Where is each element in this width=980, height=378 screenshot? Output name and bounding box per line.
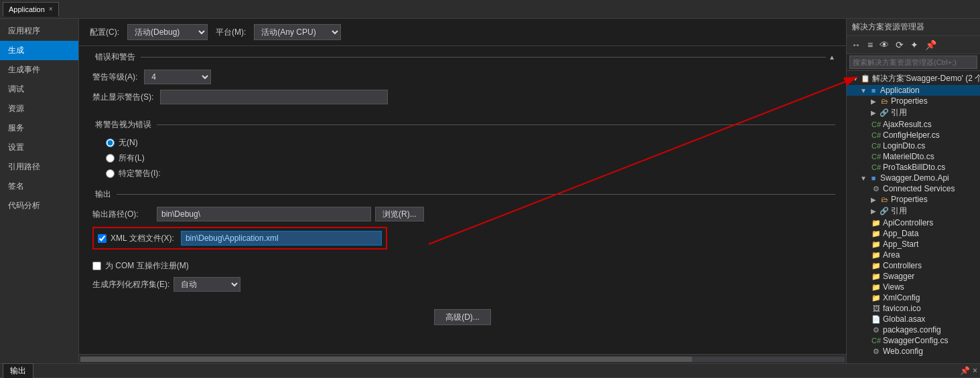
global-label: Global.asax [883, 314, 925, 324]
tree-item-swagger-properties[interactable]: ▶ 🗁 Properties [847, 194, 980, 205]
swagger-ref-icon: 🔗 [879, 207, 890, 215]
tab-label: Application [9, 5, 45, 13]
config-dropdown[interactable]: 活动(Debug) [127, 24, 208, 40]
sidebar-item-code-analysis[interactable]: 代码分析 [0, 196, 78, 215]
properties-expand-icon: ▶ [871, 98, 878, 105]
tree-item-ajax[interactable]: C# AjaxResult.cs [847, 119, 980, 130]
sidebar: 应用程序 生成 生成事件 调试 资源 服务 设置 引用路径 [0, 19, 79, 363]
tree-item-properties[interactable]: ▶ 🗁 Properties [847, 96, 980, 106]
toolbar-btn-4[interactable]: ⟳ [894, 39, 906, 51]
tree-item-packages[interactable]: ⚙ packages.config [847, 324, 980, 335]
tree-item-swagger-ref[interactable]: ▶ 🔗 引用 [847, 205, 980, 217]
sidebar-item-resources[interactable]: 资源 [0, 99, 78, 118]
sidebar-item-build[interactable]: 生成 [0, 41, 78, 60]
radio-none-input[interactable] [106, 138, 115, 147]
tree-item-ref[interactable]: ▶ 🔗 引用 [847, 106, 980, 119]
browse-button[interactable]: 浏览(R)... [375, 207, 424, 221]
warnings-section-header: 错误和警告 ▲ [90, 52, 835, 63]
solution-search-input[interactable] [849, 56, 977, 69]
output-close-button[interactable]: × [973, 366, 977, 375]
toolbar-btn-1[interactable]: ↔ [849, 39, 863, 51]
tree-item-connected[interactable]: ⚙ Connected Services [847, 183, 980, 194]
suppress-input[interactable] [160, 90, 388, 104]
sidebar-item-app[interactable]: 应用程序 [0, 21, 78, 41]
radio-all-input[interactable] [106, 154, 115, 163]
tree-item-materiel[interactable]: C# MaterielDto.cs [847, 151, 980, 162]
toolbar-btn-2[interactable]: ≡ [865, 39, 875, 51]
output-tab[interactable]: 输出 [3, 363, 33, 379]
materiel-label: MaterielDto.cs [883, 152, 934, 161]
tree-item-favicon[interactable]: 🖼 favicon.ico [847, 303, 980, 314]
tree-item-controllers[interactable]: 📁 Controllers [847, 260, 980, 271]
tree-item-apicontrollers[interactable]: 📁 ApiControllers [847, 217, 980, 228]
sidebar-item-reference-paths[interactable]: 引用路径 [0, 157, 78, 177]
warning-level-select[interactable]: 4 [144, 70, 211, 84]
protask-icon: C# [871, 163, 882, 171]
sidebar-item-settings[interactable]: 设置 [0, 138, 78, 157]
solution-root[interactable]: ▼ 📋 解决方案'Swagger-Demo' (2 个项目 [847, 72, 980, 85]
warnings-body: 警告等级(A): 4 禁止显示警告(S): [79, 66, 846, 114]
sidebar-item-signing[interactable]: 签名 [0, 177, 78, 196]
treat-warnings-body: 无(N) 所有(L) 特定警告(I): [79, 133, 846, 183]
toolbar-btn-5[interactable]: ✦ [908, 39, 920, 51]
com-checkbox[interactable] [92, 262, 101, 270]
tree-item-views[interactable]: 📁 Views [847, 282, 980, 292]
platform-dropdown[interactable]: 活动(Any CPU) [254, 24, 341, 40]
tree-item-webconfig[interactable]: ⚙ Web.config [847, 346, 980, 357]
output-path-input[interactable] [157, 207, 371, 221]
appdata-label: App_Data [883, 229, 918, 238]
xml-doc-input[interactable] [181, 231, 382, 246]
platform-label: 平台(M): [216, 27, 246, 38]
xml-doc-checkbox[interactable] [98, 234, 107, 243]
solution-explorer-title: 解决方案资源管理器 [852, 22, 924, 31]
ajax-icon: C# [871, 120, 882, 128]
tab-close-button[interactable]: × [49, 5, 53, 13]
tree-item-appdata[interactable]: 📁 App_Data [847, 228, 980, 239]
tree-item-login[interactable]: C# LoginDto.cs [847, 140, 980, 151]
scrollbar-track[interactable] [80, 357, 845, 362]
tree-item-swagger-folder[interactable]: 📁 Swagger [847, 271, 980, 282]
warning-level-label: 警告等级(A): [92, 72, 137, 83]
warnings-collapse-icon[interactable]: ▲ [829, 54, 835, 61]
tree-item-appstart[interactable]: 📁 App_Start [847, 239, 980, 250]
toolbar-btn-3[interactable]: 👁 [878, 39, 891, 51]
tree-item-area[interactable]: 📁 Area [847, 250, 980, 260]
scrollbar-thumb[interactable] [80, 357, 692, 362]
advanced-button[interactable]: 高级(D)... [434, 309, 491, 325]
packages-label: packages.config [883, 325, 941, 335]
tree-item-config-helper[interactable]: C# ConfigHelper.cs [847, 130, 980, 140]
radio-specific[interactable]: 特定警告(I): [106, 168, 819, 179]
sidebar-item-services[interactable]: 服务 [0, 118, 78, 138]
tree-item-global[interactable]: 📄 Global.asax [847, 314, 980, 324]
tree-item-xmlconfig[interactable]: 📁 XmlConfig [847, 292, 980, 303]
content-panel: 配置(C): 活动(Debug) 平台(M): 活动(Any CPU) 错误和警… [79, 19, 846, 363]
tab-bar: Application × [0, 0, 980, 19]
sidebar-item-label: 资源 [8, 104, 24, 113]
sidebar-item-debug[interactable]: 调试 [0, 80, 78, 99]
appstart-icon: 📁 [871, 240, 882, 249]
radio-specific-input[interactable] [106, 169, 115, 178]
application-tab[interactable]: Application × [3, 2, 59, 17]
serialization-select[interactable]: 自动 [173, 277, 240, 292]
toolbar-btn-6[interactable]: 📌 [923, 39, 938, 51]
swagger-project[interactable]: ▼ ■ Swagger.Demo.Api [847, 173, 980, 183]
output-pin-button[interactable]: 📌 [960, 366, 970, 375]
horizontal-scrollbar[interactable] [79, 354, 846, 363]
ref-label: 引用 [891, 107, 907, 118]
sidebar-item-label: 签名 [8, 181, 24, 191]
sidebar-item-label: 服务 [8, 123, 24, 132]
views-label: Views [883, 282, 904, 292]
sidebar-item-build-events[interactable]: 生成事件 [0, 60, 78, 80]
serialization-label: 生成序列化程序集(E): [92, 279, 169, 290]
output-section-header: 输出 [90, 189, 835, 200]
swagger-folder-label: Swagger [883, 272, 914, 281]
swagger-label: Swagger.Demo.Api [880, 173, 949, 183]
application-project[interactable]: ▼ ■ Application [847, 85, 980, 96]
solution-tree: ▼ 📋 解决方案'Swagger-Demo' (2 个项目 ▼ ■ Applic… [847, 71, 980, 363]
tree-item-protask[interactable]: C# ProTaskBillDto.cs [847, 162, 980, 173]
swagger-folder-icon: 📁 [871, 272, 882, 281]
tree-item-swagger-config[interactable]: C# SwaggerConfig.cs [847, 335, 980, 346]
radio-none[interactable]: 无(N) [106, 137, 819, 149]
warning-level-row: 警告等级(A): 4 [92, 70, 833, 84]
radio-all[interactable]: 所有(L) [106, 153, 819, 164]
